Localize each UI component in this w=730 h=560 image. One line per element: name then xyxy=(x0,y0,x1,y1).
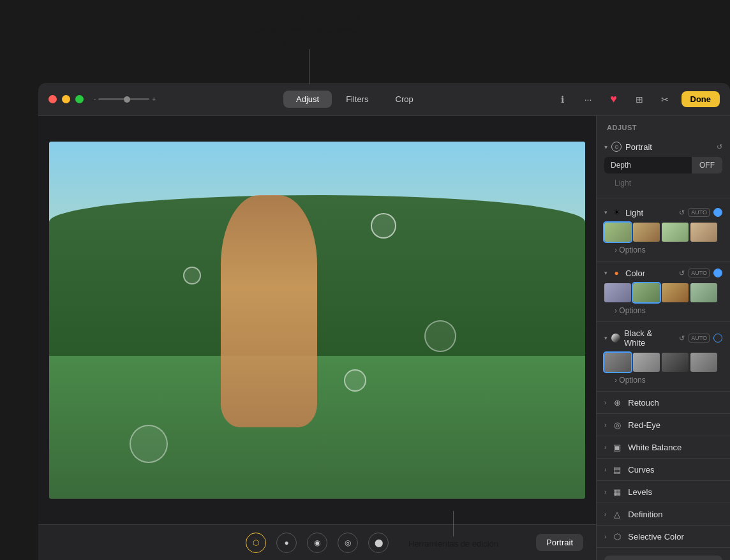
red-eye-label: Red-Eye xyxy=(628,420,722,430)
tool-4[interactable]: ⬤ xyxy=(368,533,389,553)
photo-scene xyxy=(49,142,585,499)
definition-icon: △ xyxy=(611,508,623,520)
share-button[interactable]: ⊞ xyxy=(630,91,648,108)
fullscreen-button[interactable] xyxy=(75,95,84,103)
light-chevron: ▾ xyxy=(604,209,607,216)
color-thumb-1[interactable] xyxy=(604,283,631,302)
light-thumbnails xyxy=(597,220,730,244)
main-window: - + Adjust Filters Crop ℹ ··· ♥ ⊞ ✂ Done xyxy=(38,83,730,560)
selective-color-item[interactable]: › ⬡ Selective Color xyxy=(597,526,730,548)
more-button[interactable]: ··· xyxy=(579,91,597,108)
brightness-slider[interactable] xyxy=(98,98,149,100)
depth-value[interactable]: OFF xyxy=(692,157,722,173)
white-balance-chevron: › xyxy=(604,444,606,451)
color-thumbnails xyxy=(597,281,730,305)
light-auto[interactable]: AUTO xyxy=(689,208,710,217)
bw-header[interactable]: ▾ Black & White ↺ AUTO xyxy=(597,326,730,350)
light-header[interactable]: ▾ ☀ Light ↺ AUTO xyxy=(597,205,730,220)
info-button[interactable]: ℹ xyxy=(554,91,572,108)
bw-title: Black & White xyxy=(624,328,675,348)
bw-thumb-4[interactable] xyxy=(690,353,717,372)
close-button[interactable] xyxy=(48,95,57,103)
light-section: ▾ ☀ Light ↺ AUTO › Options xyxy=(597,201,730,262)
bw-chevron: ▾ xyxy=(604,335,607,341)
portrait-button[interactable]: Portrait xyxy=(536,534,583,551)
portrait-reset[interactable]: ↺ xyxy=(717,143,722,151)
bw-icon xyxy=(611,334,620,343)
bw-circle[interactable] xyxy=(713,334,722,343)
color-section: ▾ ● Color ↺ AUTO › Options xyxy=(597,262,730,322)
red-eye-item[interactable]: › ◎ Red-Eye xyxy=(597,414,730,436)
portrait-section: ▾ ⊙ Portrait ↺ Depth OFF Light xyxy=(597,136,730,195)
photo-area: ⬡ ● ◉ ◎ ⬤ Portrait xyxy=(38,116,596,560)
tabs-container: Adjust Filters Crop xyxy=(156,91,553,108)
color-title: Color xyxy=(625,269,675,278)
trim-button[interactable]: ✂ xyxy=(656,91,674,108)
divider-1 xyxy=(597,198,730,198)
levels-chevron: › xyxy=(604,489,606,496)
brightness-control[interactable]: - + xyxy=(94,96,156,103)
curves-label: Curves xyxy=(628,465,722,475)
bw-thumb-1[interactable] xyxy=(604,353,631,372)
color-header[interactable]: ▾ ● Color ↺ AUTO xyxy=(597,265,730,281)
photo-toolbar: ⬡ ● ◉ ◎ ⬤ Portrait xyxy=(38,524,596,560)
tool-3[interactable]: ◎ xyxy=(338,533,358,553)
minimize-button[interactable] xyxy=(62,95,70,103)
portrait-mode-tool[interactable]: ⬡ xyxy=(246,533,266,553)
selective-color-label: Selective Color xyxy=(628,532,722,542)
color-auto[interactable]: AUTO xyxy=(689,269,710,277)
light-thumb-4[interactable] xyxy=(690,223,717,242)
curves-chevron: › xyxy=(604,466,606,473)
bw-thumb-2[interactable] xyxy=(633,353,660,372)
retouch-label: Retouch xyxy=(628,398,722,408)
bw-thumb-3[interactable] xyxy=(662,353,689,372)
retouch-icon: ⊕ xyxy=(611,397,623,408)
photo-image xyxy=(49,142,585,499)
light-thumb-1[interactable] xyxy=(604,223,631,242)
depth-row: Depth OFF xyxy=(604,157,722,173)
brightness-min-icon: - xyxy=(94,96,96,103)
bw-section: ▾ Black & White ↺ AUTO › Options xyxy=(597,322,730,392)
color-thumb-3[interactable] xyxy=(662,283,689,302)
portrait-icon: ⊙ xyxy=(611,142,622,152)
light-reset[interactable]: ↺ xyxy=(679,209,685,217)
tool-2[interactable]: ◉ xyxy=(307,533,327,553)
reset-adjustments-button[interactable]: Reset Adjustments xyxy=(604,556,722,560)
portrait-section-row[interactable]: ▾ ⊙ Portrait ↺ xyxy=(597,139,730,154)
white-balance-icon: ▣ xyxy=(611,441,623,453)
depth-label: Depth xyxy=(604,157,692,173)
bw-options[interactable]: › Options xyxy=(597,374,730,387)
favorite-button[interactable]: ♥ xyxy=(605,91,623,108)
bw-thumbnails xyxy=(597,350,730,374)
traffic-lights xyxy=(48,95,84,103)
portrait-light-sub: Light xyxy=(597,176,730,193)
definition-chevron: › xyxy=(604,511,606,518)
light-thumb-3[interactable] xyxy=(662,223,689,242)
white-balance-label: White Balance xyxy=(628,443,722,452)
curves-item[interactable]: › ▤ Curves xyxy=(597,459,730,481)
tab-adjust[interactable]: Adjust xyxy=(283,91,332,108)
bw-auto[interactable]: AUTO xyxy=(689,334,710,343)
definition-item[interactable]: › △ Definition xyxy=(597,503,730,526)
color-thumb-2[interactable] xyxy=(633,283,660,302)
light-options[interactable]: › Options xyxy=(597,244,730,257)
color-circle[interactable] xyxy=(713,269,722,277)
white-balance-item[interactable]: › ▣ White Balance xyxy=(597,436,730,459)
color-thumb-4[interactable] xyxy=(690,283,717,302)
titlebar-right: ℹ ··· ♥ ⊞ ✂ Done xyxy=(554,91,720,108)
color-options[interactable]: › Options xyxy=(597,305,730,318)
curves-icon: ▤ xyxy=(611,464,623,475)
levels-item[interactable]: › ▦ Levels xyxy=(597,481,730,503)
tool-1[interactable]: ● xyxy=(276,533,297,553)
definition-label: Definition xyxy=(628,510,722,519)
bw-reset[interactable]: ↺ xyxy=(679,334,685,343)
light-circle[interactable] xyxy=(713,208,722,217)
tab-filters[interactable]: Filters xyxy=(333,91,381,108)
done-button[interactable]: Done xyxy=(682,91,720,107)
tab-crop[interactable]: Crop xyxy=(383,91,426,108)
light-thumb-2[interactable] xyxy=(633,223,660,242)
panel-header: ADJUST xyxy=(597,116,730,136)
color-chevron: ▾ xyxy=(604,270,607,276)
color-reset[interactable]: ↺ xyxy=(679,269,685,277)
retouch-item[interactable]: › ⊕ Retouch xyxy=(597,392,730,414)
